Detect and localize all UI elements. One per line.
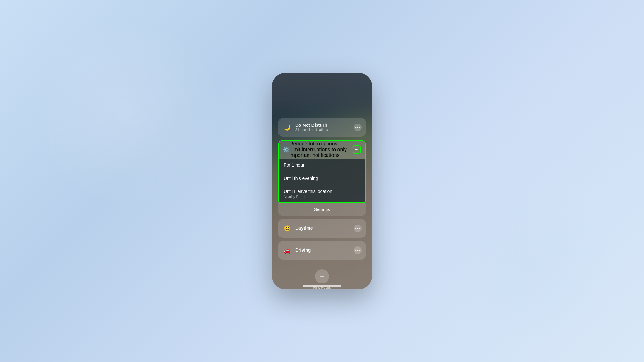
until-leave-location-item[interactable]: Until I leave this location Nearby Road bbox=[279, 185, 365, 202]
driving-text-group: Driving bbox=[292, 247, 354, 253]
dnd-text-group: Do Not Disturb Silence all notifications bbox=[292, 123, 354, 132]
reduce-dropdown-menu: For 1 hour Until this evening Until I le… bbox=[278, 159, 366, 203]
gear-icon: ⚙️ bbox=[283, 146, 289, 153]
for-1-hour-title: For 1 hour bbox=[284, 162, 360, 168]
car-icon: 🚗 bbox=[282, 246, 292, 255]
dnd-more-button[interactable]: ••• bbox=[354, 124, 362, 131]
moon-icon: 🌙 bbox=[282, 123, 292, 132]
daytime-row[interactable]: 😊 Daytime ••• bbox=[278, 219, 366, 238]
reduce-interruptions-section: ⚙️ Reduce Interruptions Limit interrupti… bbox=[278, 140, 366, 216]
reduce-more-button[interactable]: ••• bbox=[353, 145, 361, 154]
for-1-hour-item[interactable]: For 1 hour bbox=[279, 159, 365, 172]
until-this-evening-item[interactable]: Until this evening bbox=[279, 172, 365, 185]
daytime-text-group: Daytime bbox=[292, 226, 354, 231]
driving-row[interactable]: 🚗 Driving ••• bbox=[278, 241, 366, 260]
reduce-interruptions-row[interactable]: ⚙️ Reduce Interruptions Limit interrupti… bbox=[278, 140, 366, 159]
smiley-icon: 😊 bbox=[282, 224, 292, 233]
daytime-more-button[interactable]: ••• bbox=[354, 225, 362, 232]
reduce-text-group: Reduce Interruptions Limit interruptions… bbox=[289, 141, 353, 158]
dnd-title: Do Not Disturb bbox=[295, 123, 354, 128]
reduce-title: Reduce Interruptions bbox=[289, 141, 353, 147]
driving-title: Driving bbox=[295, 247, 354, 253]
add-circle-icon: + bbox=[315, 269, 329, 283]
focus-panel: 🌙 Do Not Disturb Silence all notificatio… bbox=[272, 73, 372, 289]
driving-more-button[interactable]: ••• bbox=[354, 246, 362, 254]
settings-label: Settings bbox=[314, 207, 330, 212]
home-indicator bbox=[303, 285, 341, 287]
until-this-evening-title: Until this evening bbox=[284, 176, 360, 181]
reduce-subtitle: Limit interruptions to only important no… bbox=[289, 147, 353, 158]
until-leave-title: Until I leave this location bbox=[284, 189, 360, 194]
dnd-subtitle: Silence all notifications bbox=[295, 128, 354, 132]
do-not-disturb-row[interactable]: 🌙 Do Not Disturb Silence all notificatio… bbox=[278, 118, 366, 137]
until-leave-subtitle: Nearby Road bbox=[284, 195, 360, 199]
daytime-title: Daytime bbox=[295, 226, 354, 231]
settings-row[interactable]: Settings bbox=[278, 203, 366, 216]
phone-container: 🌙 Do Not Disturb Silence all notificatio… bbox=[272, 73, 372, 289]
add-plus-icon: + bbox=[320, 272, 324, 281]
